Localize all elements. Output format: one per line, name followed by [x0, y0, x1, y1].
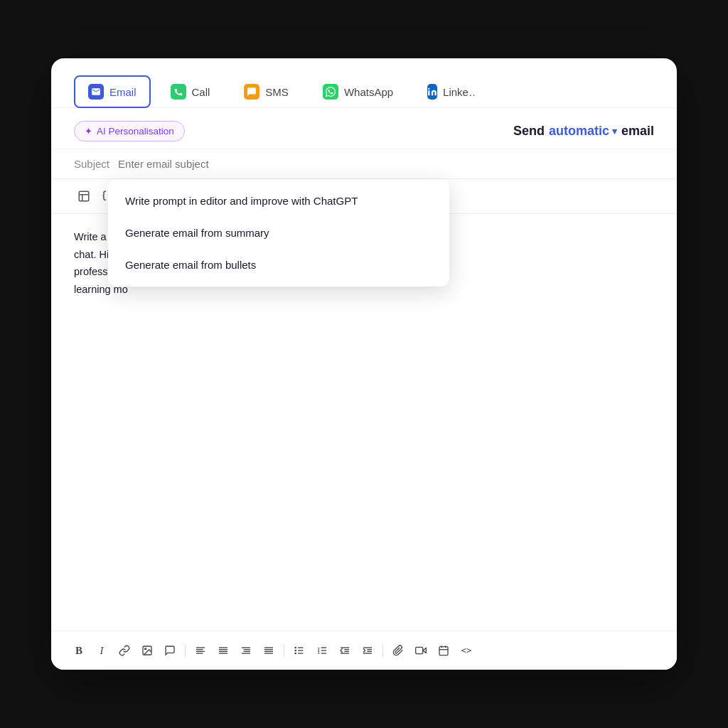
subject-label: Subject [74, 158, 109, 170]
email-tab-icon [88, 84, 104, 100]
link-button[interactable] [114, 640, 135, 661]
channel-tabs: Email Call SMS WhatsApp [51, 58, 677, 108]
align-right-button[interactable] [235, 640, 257, 661]
call-tab-icon [171, 84, 186, 100]
divider-1 [185, 644, 186, 657]
indent-button[interactable] [357, 640, 378, 661]
attachment-button[interactable] [387, 640, 409, 661]
tab-sms[interactable]: SMS [230, 75, 303, 108]
svg-rect-38 [439, 647, 448, 655]
divider-3 [382, 644, 383, 657]
svg-marker-36 [423, 648, 427, 653]
sms-tab-icon [244, 84, 259, 100]
linkedin-tab-icon [427, 84, 437, 100]
italic-button[interactable]: I [91, 640, 112, 661]
tab-whatsapp[interactable]: WhatsApp [309, 75, 407, 108]
ai-personalisation-button[interactable]: ✦ AI Personalisation [74, 121, 185, 141]
code-button[interactable]: <> [456, 640, 477, 661]
calendar-button[interactable] [433, 640, 454, 661]
sms-tab-label: SMS [265, 86, 289, 98]
whatsapp-tab-label: WhatsApp [344, 86, 393, 98]
send-label: Send [513, 124, 545, 139]
whatsapp-tab-icon [323, 84, 338, 100]
toolbar-row: ✦ AI Personalisation Send automatic ▾ em… [51, 108, 677, 149]
send-mode-label: automatic [549, 124, 609, 139]
chatgpt-write-prompt[interactable]: Write prompt in editor and improve with … [108, 185, 449, 217]
svg-rect-0 [79, 191, 89, 201]
ai-badge-label: AI Personalisation [97, 126, 174, 136]
send-mode-selector[interactable]: automatic ▾ [549, 124, 617, 139]
bold-button[interactable]: B [68, 640, 90, 661]
tab-call[interactable]: Call [156, 75, 225, 108]
send-type-label: email [621, 124, 654, 139]
svg-rect-37 [416, 647, 423, 653]
chatgpt-generate-bullets[interactable]: Generate email from bullets [108, 249, 449, 281]
chevron-down-icon: ▾ [612, 126, 617, 136]
outdent-button[interactable] [334, 640, 355, 661]
tab-linkedin[interactable]: Linke… [413, 75, 477, 108]
email-tab-label: Email [109, 86, 136, 98]
image-button[interactable] [136, 640, 158, 661]
chatgpt-generate-summary[interactable]: Generate email from summary [108, 217, 449, 249]
align-left-button[interactable] [190, 640, 211, 661]
video-button[interactable] [410, 640, 432, 661]
linkedin-tab-label: Linke… [443, 86, 477, 98]
ordered-list-button[interactable] [311, 640, 333, 661]
image2-button[interactable] [159, 640, 181, 661]
svg-point-2 [145, 648, 146, 650]
formatting-bar: B I [51, 631, 677, 670]
align-center-button[interactable] [213, 640, 234, 661]
svg-point-24 [295, 653, 296, 653]
sparkle-icon: ✦ [85, 126, 92, 136]
template-icon[interactable] [74, 186, 94, 206]
svg-point-22 [295, 647, 296, 648]
svg-point-23 [295, 650, 296, 651]
bullet-list-button[interactable] [289, 640, 310, 661]
subject-input[interactable] [118, 158, 654, 170]
call-tab-label: Call [192, 86, 210, 98]
divider-2 [284, 644, 284, 657]
subject-row: Subject [51, 149, 677, 179]
chatgpt-dropdown: Write prompt in editor and improve with … [108, 179, 449, 287]
justify-button[interactable] [258, 640, 279, 661]
send-row: Send automatic ▾ email [513, 124, 654, 139]
tab-email[interactable]: Email [74, 75, 151, 108]
